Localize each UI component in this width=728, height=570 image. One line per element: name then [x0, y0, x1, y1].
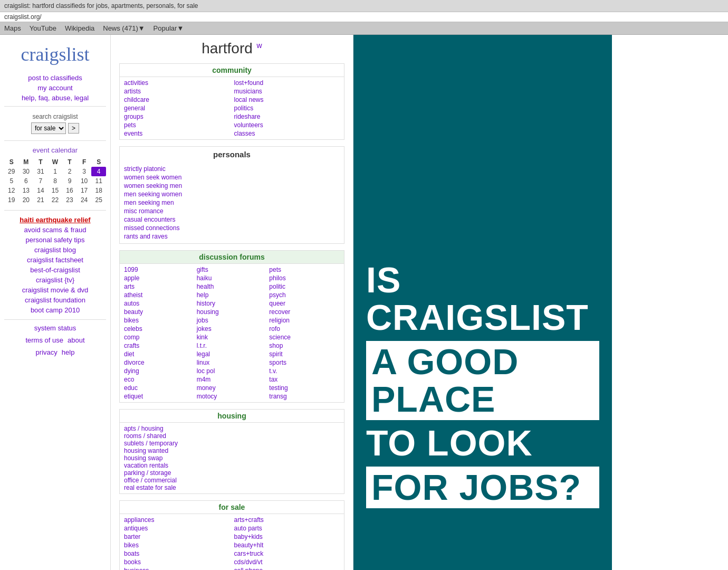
housing-link[interactable]: apts / housing: [124, 425, 340, 432]
community-link[interactable]: musicians: [234, 88, 340, 95]
calendar-day[interactable]: 18: [91, 186, 106, 195]
help-faq-link[interactable]: help, faq, abuse, legal: [4, 94, 106, 102]
discussion-link[interactable]: 1099: [124, 266, 195, 273]
calendar-day[interactable]: 24: [77, 195, 92, 205]
calendar-day[interactable]: 7: [33, 176, 48, 186]
housing-link[interactable]: rooms / shared: [124, 432, 340, 440]
personals-link[interactable]: men seeking women: [124, 191, 340, 198]
nav-youtube[interactable]: YouTube: [30, 24, 56, 32]
discussion-link[interactable]: l.t.r.: [197, 342, 267, 349]
help-link[interactable]: help: [62, 348, 75, 356]
discussion-link[interactable]: etiquet: [124, 393, 195, 400]
discussion-link[interactable]: recover: [269, 308, 340, 316]
calendar-day[interactable]: 8: [48, 176, 63, 186]
community-link[interactable]: pets: [124, 121, 230, 129]
discussion-link[interactable]: arts: [124, 283, 195, 290]
calendar-day[interactable]: 11: [91, 176, 106, 186]
calendar-day[interactable]: 4: [91, 167, 106, 176]
calendar-day[interactable]: 1: [48, 167, 63, 176]
community-link[interactable]: rideshare: [234, 113, 340, 120]
special-link[interactable]: avoid scams & fraud: [4, 226, 106, 234]
discussion-link[interactable]: linux: [197, 359, 267, 366]
calendar-day[interactable]: 30: [19, 167, 34, 176]
housing-link[interactable]: housing swap: [124, 454, 340, 462]
discussion-link[interactable]: legal: [197, 350, 267, 358]
community-link[interactable]: artists: [124, 88, 230, 95]
discussion-link[interactable]: diet: [124, 350, 195, 358]
discussion-link[interactable]: health: [197, 283, 267, 290]
for-sale-link[interactable]: bikes: [124, 542, 230, 549]
discussion-link[interactable]: shop: [269, 342, 340, 349]
calendar-day[interactable]: 6: [19, 176, 34, 186]
discussion-link[interactable]: t.v.: [269, 367, 340, 375]
search-submit-button[interactable]: >: [68, 123, 79, 134]
housing-link[interactable]: office / commercial: [124, 477, 340, 484]
calendar-day[interactable]: 22: [48, 195, 63, 205]
calendar-day[interactable]: 5: [4, 176, 19, 186]
discussion-link[interactable]: eco: [124, 376, 195, 383]
calendar-day[interactable]: 14: [33, 186, 48, 195]
community-link[interactable]: childcare: [124, 96, 230, 103]
discussion-link[interactable]: sports: [269, 359, 340, 366]
calendar-day[interactable]: 3: [77, 167, 92, 176]
personals-link[interactable]: casual encounters: [124, 216, 340, 223]
calendar-day[interactable]: 17: [77, 186, 92, 195]
personals-link[interactable]: men seeking men: [124, 199, 340, 206]
url-bar[interactable]: craigslist.org/: [0, 12, 728, 22]
personals-link[interactable]: missed connections: [124, 224, 340, 232]
for-sale-link[interactable]: antiques: [124, 525, 230, 532]
special-link[interactable]: personal safety tips: [4, 236, 106, 244]
discussion-link[interactable]: dying: [124, 367, 195, 375]
for-sale-link[interactable]: appliances: [124, 516, 230, 524]
discussion-link[interactable]: educ: [124, 384, 195, 392]
personals-link[interactable]: misc romance: [124, 207, 340, 215]
special-link[interactable]: craigslist blog: [4, 246, 106, 254]
for-sale-link[interactable]: books: [124, 558, 230, 566]
special-link[interactable]: craigslist {tv}: [4, 276, 106, 284]
community-link[interactable]: general: [124, 104, 230, 112]
housing-link[interactable]: real estate for sale: [124, 484, 340, 491]
discussion-link[interactable]: science: [269, 334, 340, 341]
for-sale-link[interactable]: business: [124, 567, 230, 570]
discussion-link[interactable]: philos: [269, 274, 340, 282]
community-link[interactable]: activities: [124, 79, 230, 87]
for-sale-link[interactable]: arts+crafts: [234, 516, 340, 524]
calendar-day[interactable]: 25: [91, 195, 106, 205]
community-link[interactable]: politics: [234, 104, 340, 112]
discussion-link[interactable]: housing: [197, 308, 267, 316]
calendar-day[interactable]: 20: [19, 195, 34, 205]
discussion-link[interactable]: religion: [269, 317, 340, 324]
housing-link[interactable]: sublets / temporary: [124, 440, 340, 447]
calendar-day[interactable]: 31: [33, 167, 48, 176]
housing-link[interactable]: parking / storage: [124, 469, 340, 477]
calendar-day[interactable]: 10: [77, 176, 92, 186]
discussion-link[interactable]: queer: [269, 300, 340, 307]
discussion-link[interactable]: money: [197, 384, 267, 392]
community-link[interactable]: volunteers: [234, 121, 340, 129]
discussion-link[interactable]: crafts: [124, 342, 195, 349]
nav-popular[interactable]: Popular▼: [154, 24, 184, 32]
discussion-link[interactable]: comp: [124, 334, 195, 341]
discussion-link[interactable]: gifts: [197, 266, 267, 273]
for-sale-link[interactable]: barter: [124, 533, 230, 540]
discussion-link[interactable]: atheist: [124, 291, 195, 299]
for-sale-link[interactable]: cars+truck: [234, 550, 340, 557]
nav-wikipedia[interactable]: Wikipedia: [65, 24, 94, 32]
discussion-link[interactable]: autos: [124, 300, 195, 307]
discussion-link[interactable]: pets: [269, 266, 340, 273]
personals-link[interactable]: strictly platonic: [124, 165, 340, 173]
discussion-link[interactable]: testing: [269, 384, 340, 392]
calendar-day[interactable]: 12: [4, 186, 19, 195]
discussion-link[interactable]: politic: [269, 283, 340, 290]
calendar-day[interactable]: 19: [4, 195, 19, 205]
nav-maps[interactable]: Maps: [4, 24, 21, 32]
community-link[interactable]: local news: [234, 96, 340, 103]
special-link[interactable]: boot camp 2010: [4, 306, 106, 314]
special-link[interactable]: best-of-craigslist: [4, 266, 106, 274]
post-to-classifieds-link[interactable]: post to classifieds: [4, 74, 106, 82]
for-sale-link[interactable]: baby+kids: [234, 533, 340, 540]
discussion-link[interactable]: spirit: [269, 350, 340, 358]
system-status-link[interactable]: system status: [4, 324, 106, 332]
community-link[interactable]: events: [124, 130, 230, 137]
discussion-link[interactable]: motocy: [197, 393, 267, 400]
